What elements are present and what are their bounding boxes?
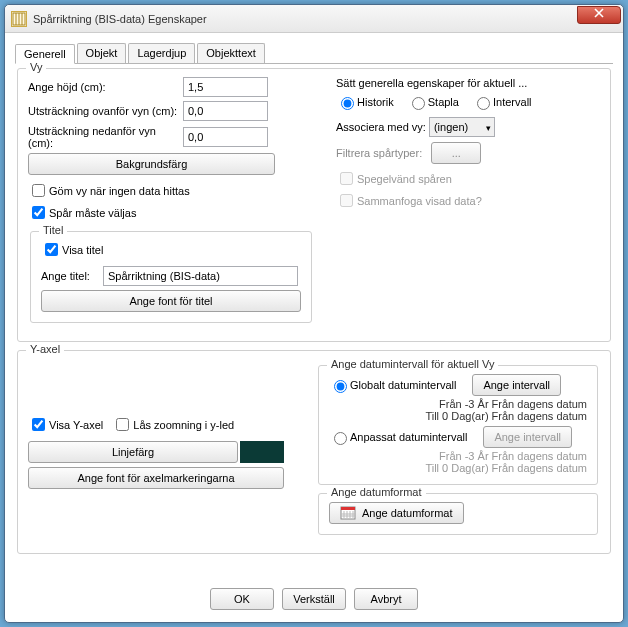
filter-button[interactable]: ... bbox=[431, 142, 481, 164]
custom-from-text: Från -3 År Från dagens datum bbox=[329, 450, 587, 462]
tab-strip: Generell Objekt Lagerdjup Objekttext bbox=[15, 43, 613, 64]
vy-legend: Vy bbox=[26, 61, 46, 73]
ext-below-label: Utsträckning nedanför vyn (cm): bbox=[28, 125, 183, 149]
app-icon bbox=[11, 11, 27, 27]
mirror-checkbox: Spegelvänd spåren bbox=[336, 169, 452, 188]
close-button[interactable] bbox=[577, 6, 621, 24]
tab-lagerdjup[interactable]: Lagerdjup bbox=[128, 43, 195, 63]
title-field-label: Ange titel: bbox=[41, 270, 103, 282]
set-interval-button-1[interactable]: Ange intervall bbox=[472, 374, 561, 396]
svg-rect-7 bbox=[341, 507, 355, 510]
tab-panel: Vy Ange höjd (cm): Utsträckning ovanför … bbox=[15, 68, 613, 580]
height-input[interactable] bbox=[183, 77, 268, 97]
height-label: Ange höjd (cm): bbox=[28, 81, 183, 93]
date-interval-fieldset: Ange datumintervall för aktuell Vy Globa… bbox=[318, 365, 598, 485]
ext-above-label: Utsträckning ovanför vyn (cm): bbox=[28, 105, 183, 117]
date-format-button[interactable]: Ange datumformat bbox=[329, 502, 464, 524]
title-input[interactable] bbox=[103, 266, 298, 286]
titlebar: Spårriktning (BIS-data) Egenskaper bbox=[5, 5, 623, 33]
calendar-icon bbox=[340, 505, 356, 521]
axis-font-button[interactable]: Ange font för axelmarkeringarna bbox=[28, 467, 284, 489]
tab-objekttext[interactable]: Objekttext bbox=[197, 43, 265, 63]
title-font-button[interactable]: Ange font för titel bbox=[41, 290, 301, 312]
titel-fieldset: Titel Visa titel Ange titel: Ange font f… bbox=[30, 231, 312, 323]
stack-radio[interactable]: Stapla bbox=[407, 94, 459, 110]
set-interval-button-2: Ange intervall bbox=[483, 426, 572, 448]
date-format-legend: Ange datumformat bbox=[327, 486, 426, 498]
dialog-button-row: OK Verkställ Avbryt bbox=[15, 580, 613, 616]
titel-legend: Titel bbox=[39, 224, 67, 236]
history-radio[interactable]: Historik bbox=[336, 94, 394, 110]
custom-to-text: Till 0 Dag(ar) Från dagens datum bbox=[329, 462, 587, 474]
close-icon bbox=[594, 8, 604, 18]
ext-below-input[interactable] bbox=[183, 127, 268, 147]
window-title: Spårriktning (BIS-data) Egenskaper bbox=[33, 13, 207, 25]
date-interval-legend: Ange datumintervall för aktuell Vy bbox=[327, 358, 498, 370]
line-color-swatch bbox=[240, 441, 284, 463]
interval-radio[interactable]: Intervall bbox=[472, 94, 532, 110]
dialog-window: Spårriktning (BIS-data) Egenskaper Gener… bbox=[4, 4, 624, 623]
cancel-button[interactable]: Avbryt bbox=[354, 588, 418, 610]
set-general-label: Sätt generella egenskaper för aktuell ..… bbox=[336, 77, 600, 89]
global-date-radio[interactable]: Globalt datumintervall bbox=[329, 377, 456, 393]
assoc-label: Associera med vy: bbox=[336, 121, 426, 133]
ok-button[interactable]: OK bbox=[210, 588, 274, 610]
date-format-fieldset: Ange datumformat Ange datumformat bbox=[318, 493, 598, 535]
custom-date-radio[interactable]: Anpassat datumintervall bbox=[329, 429, 467, 445]
yaxel-fieldset: Y-axel Visa Y-axel Lås zoomning i y-led … bbox=[17, 350, 611, 554]
show-yaxis-checkbox[interactable]: Visa Y-axel bbox=[28, 415, 103, 434]
ext-above-input[interactable] bbox=[183, 101, 268, 121]
vy-fieldset: Vy Ange höjd (cm): Utsträckning ovanför … bbox=[17, 68, 611, 342]
show-title-checkbox[interactable]: Visa titel bbox=[41, 240, 103, 259]
hide-when-no-data-checkbox[interactable]: Göm vy när ingen data hittas bbox=[28, 181, 190, 200]
filter-label: Filtrera spårtyper: bbox=[336, 147, 422, 159]
yaxel-legend: Y-axel bbox=[26, 343, 64, 355]
assoc-select[interactable]: (ingen) bbox=[429, 117, 495, 137]
line-color-button[interactable]: Linjefärg bbox=[28, 441, 238, 463]
tab-objekt[interactable]: Objekt bbox=[77, 43, 127, 63]
global-from-text: Från -3 År Från dagens datum bbox=[329, 398, 587, 410]
dialog-body: Generell Objekt Lagerdjup Objekttext Vy … bbox=[5, 33, 623, 622]
lock-zoom-checkbox[interactable]: Lås zoomning i y-led bbox=[112, 415, 234, 434]
background-color-button[interactable]: Bakgrundsfärg bbox=[28, 153, 275, 175]
merge-checkbox: Sammanfoga visad data? bbox=[336, 191, 482, 210]
track-must-select-label: Spår måste väljas bbox=[49, 207, 136, 219]
hide-when-no-data-label: Göm vy när ingen data hittas bbox=[49, 185, 190, 197]
apply-button[interactable]: Verkställ bbox=[282, 588, 346, 610]
global-to-text: Till 0 Dag(ar) Från dagens datum bbox=[329, 410, 587, 422]
track-must-select-checkbox[interactable]: Spår måste väljas bbox=[28, 203, 136, 222]
